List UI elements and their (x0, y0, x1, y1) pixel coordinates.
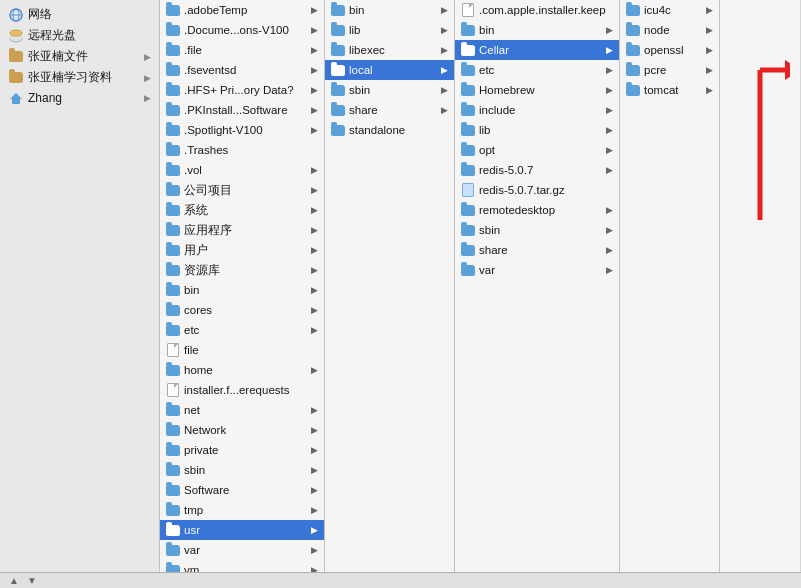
resize-up-button[interactable]: ▲ (8, 575, 20, 587)
list-item[interactable]: bin▶ (160, 280, 324, 300)
list-item[interactable]: sbin▶ (325, 80, 454, 100)
item-label: redis-5.0.7.tar.gz (479, 184, 613, 196)
list-item[interactable]: 公司项目▶ (160, 180, 324, 200)
svg-marker-6 (10, 93, 22, 104)
list-item[interactable]: etc▶ (160, 320, 324, 340)
list-item[interactable]: 系统▶ (160, 200, 324, 220)
list-item[interactable]: .Docume...ons-V100▶ (160, 20, 324, 40)
list-item[interactable]: sbin▶ (160, 460, 324, 480)
list-item[interactable]: opt▶ (455, 140, 619, 160)
folder-study-icon (8, 70, 24, 86)
list-item[interactable]: file (160, 340, 324, 360)
list-item[interactable]: remotedesktop▶ (455, 200, 619, 220)
list-item[interactable]: .fseventsd▶ (160, 60, 324, 80)
red-arrow (730, 40, 790, 243)
item-label: sbin (479, 224, 602, 236)
list-item[interactable]: tomcat▶ (620, 80, 719, 100)
list-item[interactable]: cores▶ (160, 300, 324, 320)
list-item[interactable]: .vol▶ (160, 160, 324, 180)
chevron-right-icon: ▶ (441, 65, 448, 75)
list-item[interactable]: net▶ (160, 400, 324, 420)
folder-icon (166, 143, 180, 157)
folder-icon (331, 43, 345, 57)
folder-icon (166, 283, 180, 297)
sidebar-item-network[interactable]: 网络 (0, 4, 159, 25)
list-item[interactable]: openssl▶ (620, 40, 719, 60)
svg-point-5 (10, 30, 22, 36)
item-label: var (479, 264, 602, 276)
item-label: .HFS+ Pri...ory Data? (184, 84, 307, 96)
list-item[interactable]: bin▶ (455, 20, 619, 40)
item-label: .Spotlight-V100 (184, 124, 307, 136)
list-item[interactable]: Homebrew▶ (455, 80, 619, 100)
column-2: bin▶lib▶libexec▶local▶sbin▶share▶standal… (325, 0, 455, 572)
chevron-right-icon: ▶ (311, 425, 318, 435)
item-label: icu4c (644, 4, 702, 16)
folder-icon (166, 303, 180, 317)
list-item[interactable]: redis-5.0.7▶ (455, 160, 619, 180)
list-item[interactable]: standalone (325, 120, 454, 140)
list-item[interactable]: vm▶ (160, 560, 324, 572)
list-item[interactable]: share▶ (455, 240, 619, 260)
list-item[interactable]: var▶ (455, 260, 619, 280)
item-label: pcre (644, 64, 702, 76)
list-item[interactable]: icu4c▶ (620, 0, 719, 20)
chevron-right-icon: ▶ (311, 85, 318, 95)
chevron-right-icon: ▶ (311, 325, 318, 335)
list-item[interactable]: var▶ (160, 540, 324, 560)
sidebar-item-zhang[interactable]: Zhang ▶ (0, 88, 159, 108)
list-item[interactable]: lib▶ (455, 120, 619, 140)
list-item[interactable]: .com.apple.installer.keep (455, 0, 619, 20)
item-label: .file (184, 44, 307, 56)
list-item[interactable]: .Spotlight-V100▶ (160, 120, 324, 140)
folder-icon (166, 43, 180, 57)
list-item[interactable]: usr▶ (160, 520, 324, 540)
list-item[interactable]: .adobeTemp▶ (160, 0, 324, 20)
list-item[interactable]: share▶ (325, 100, 454, 120)
list-item[interactable]: lib▶ (325, 20, 454, 40)
list-item[interactable]: libexec▶ (325, 40, 454, 60)
list-item[interactable]: .Trashes (160, 140, 324, 160)
list-item[interactable]: node▶ (620, 20, 719, 40)
item-label: var (184, 544, 307, 556)
folder-icon (166, 523, 180, 537)
item-label: share (479, 244, 602, 256)
list-item[interactable]: Cellar▶ (455, 40, 619, 60)
list-item[interactable]: private▶ (160, 440, 324, 460)
list-item[interactable]: .HFS+ Pri...ory Data?▶ (160, 80, 324, 100)
list-item[interactable]: .PKInstall...Software▶ (160, 100, 324, 120)
resize-down-button[interactable]: ▼ (26, 575, 38, 587)
list-item[interactable]: bin▶ (325, 0, 454, 20)
list-item[interactable]: 用户▶ (160, 240, 324, 260)
list-item[interactable]: include▶ (455, 100, 619, 120)
chevron-right-icon: ▶ (441, 85, 448, 95)
chevron-right-icon: ▶ (606, 125, 613, 135)
sidebar-item-zhang-files[interactable]: 张亚楠文件 ▶ (0, 46, 159, 67)
list-item[interactable]: Software▶ (160, 480, 324, 500)
list-item[interactable]: tmp▶ (160, 500, 324, 520)
chevron-right-icon: ▶ (606, 265, 613, 275)
folder-icon (166, 563, 180, 572)
list-item[interactable]: pcre▶ (620, 60, 719, 80)
sidebar-item-remote-disk[interactable]: 远程光盘 (0, 25, 159, 46)
list-item[interactable]: Network▶ (160, 420, 324, 440)
list-item[interactable]: installer.f...erequests (160, 380, 324, 400)
list-item[interactable]: 资源库▶ (160, 260, 324, 280)
item-label: .Docume...ons-V100 (184, 24, 307, 36)
folder-icon (626, 3, 640, 17)
folder-icon (166, 123, 180, 137)
chevron-right-icon: ▶ (311, 45, 318, 55)
list-item[interactable]: redis-5.0.7.tar.gz (455, 180, 619, 200)
list-item[interactable]: .file▶ (160, 40, 324, 60)
chevron-right-icon: ▶ (706, 85, 713, 95)
sidebar-item-zhang-study[interactable]: 张亚楠学习资料 ▶ (0, 67, 159, 88)
list-item[interactable]: etc▶ (455, 60, 619, 80)
item-label: 公司项目 (184, 183, 307, 198)
folder-icon (626, 63, 640, 77)
chevron-right-icon: ▶ (311, 545, 318, 555)
list-item[interactable]: local▶ (325, 60, 454, 80)
list-item[interactable]: home▶ (160, 360, 324, 380)
list-item[interactable]: sbin▶ (455, 220, 619, 240)
item-label: opt (479, 144, 602, 156)
list-item[interactable]: 应用程序▶ (160, 220, 324, 240)
